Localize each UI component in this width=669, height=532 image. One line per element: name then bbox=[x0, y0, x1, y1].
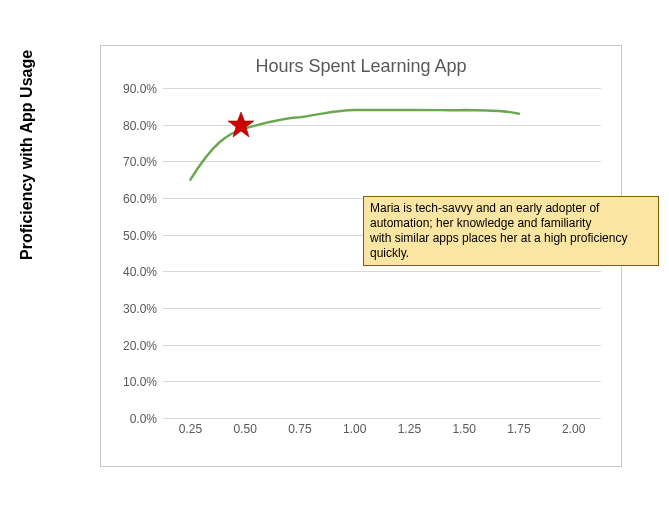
annotation-line: quickly. bbox=[370, 246, 652, 261]
y-tick: 50.0% bbox=[123, 229, 157, 243]
x-tick: 2.00 bbox=[562, 422, 585, 436]
chart-frame: Hours Spent Learning App 90.0% 80.0% 70.… bbox=[100, 45, 622, 467]
y-tick: 80.0% bbox=[123, 119, 157, 133]
y-tick: 90.0% bbox=[123, 82, 157, 96]
x-tick: 1.50 bbox=[452, 422, 475, 436]
y-tick: 0.0% bbox=[130, 412, 157, 426]
annotation-line: with similar apps places her at a high p… bbox=[370, 231, 652, 246]
y-tick: 70.0% bbox=[123, 155, 157, 169]
x-tick: 0.50 bbox=[233, 422, 256, 436]
y-tick: 20.0% bbox=[123, 339, 157, 353]
x-tick: 1.00 bbox=[343, 422, 366, 436]
x-tick: 1.25 bbox=[398, 422, 421, 436]
x-tick: 0.75 bbox=[288, 422, 311, 436]
y-axis-label: Proficiency with App Usage bbox=[18, 50, 36, 260]
y-tick: 60.0% bbox=[123, 192, 157, 206]
y-tick: 10.0% bbox=[123, 375, 157, 389]
y-tick: 30.0% bbox=[123, 302, 157, 316]
annotation-line: Maria is tech-savvy and an early adopter… bbox=[370, 201, 652, 216]
annotation-line: automation; her knowledge and familiarit… bbox=[370, 216, 652, 231]
x-tick: 0.25 bbox=[179, 422, 202, 436]
chart-title: Hours Spent Learning App bbox=[101, 46, 621, 85]
y-tick: 40.0% bbox=[123, 265, 157, 279]
x-tick: 1.75 bbox=[507, 422, 530, 436]
annotation-box: Maria is tech-savvy and an early adopter… bbox=[363, 196, 659, 266]
plot-region: 90.0% 80.0% 70.0% 60.0% 50.0% 40.0% 30.0… bbox=[163, 88, 601, 418]
